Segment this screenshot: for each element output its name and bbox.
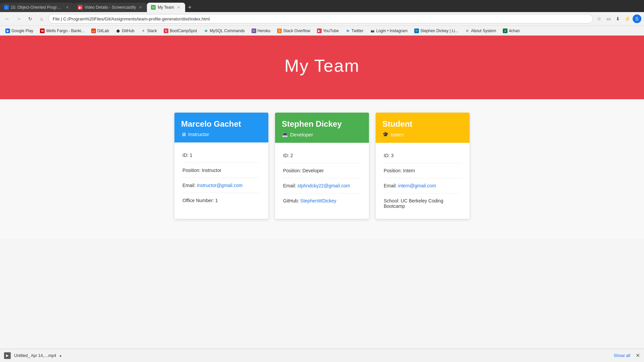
new-tab-button[interactable]: + — [185, 3, 195, 12]
card-intern-body: ID: 3 Position: Intern Email: intern@gma… — [376, 143, 470, 219]
instagram-favicon: 📷 — [370, 28, 375, 33]
tab-1-close[interactable]: ✕ — [65, 5, 70, 10]
bookmark-slack-label: Slack — [147, 28, 157, 33]
instructor-role-icon: 🖥 — [181, 131, 186, 137]
developer-github-link[interactable]: StephenWDickey — [300, 198, 336, 203]
download-file-icon: ▶ — [4, 352, 11, 359]
card-instructor-role: 🖥 Instructor — [181, 131, 262, 137]
bookmark-mysql-label: MySQL Commands — [210, 28, 245, 33]
slack-favicon: # — [141, 28, 146, 33]
tab-2-label: Video Details - Screencastify — [85, 5, 136, 10]
developer-github-label: GitHub: — [283, 198, 300, 203]
intern-role-label: Intern — [391, 132, 404, 137]
bookmark-instagram[interactable]: 📷 Login • Instagram — [367, 28, 410, 34]
download-caret-icon[interactable]: ▲ — [59, 354, 62, 357]
tab-2-favicon: ▶ — [78, 5, 83, 10]
bookmark-gitlab[interactable]: 🦊 GitLab — [89, 28, 112, 34]
home-button[interactable]: ⌂ — [37, 14, 46, 23]
intern-email-field: Email: intern@gmail.com — [384, 178, 462, 193]
tab-2-close[interactable]: ✕ — [138, 5, 143, 10]
bookmarks-bar: ▶ Google Play W Wells Fargo - Banki... 🦊… — [0, 25, 644, 36]
developer-email-link[interactable]: stphndcky22@gmail.com — [298, 183, 350, 188]
screen-cast-icon[interactable]: ▭ — [604, 15, 612, 23]
about-system-favicon: ⚙ — [465, 28, 470, 33]
card-instructor-header: Marcelo Gachet 🖥 Instructor — [174, 113, 268, 142]
instructor-email-link[interactable]: Instructor@gmail.com — [197, 183, 243, 188]
card-instructor-name: Marcelo Gachet — [181, 119, 262, 129]
bookmark-heroku-label: Heroku — [258, 28, 271, 33]
cards-container: Marcelo Gachet 🖥 Instructor ID: 1 Positi… — [171, 113, 473, 219]
developer-position-value: Developer — [303, 168, 324, 173]
tab-3[interactable]: M My Team ✕ — [147, 3, 185, 12]
bookmark-google-play[interactable]: ▶ Google Play — [3, 28, 36, 34]
instructor-id-label: ID: — [182, 153, 190, 158]
bookmark-star-icon[interactable]: ☆ — [595, 15, 603, 23]
bookmark-youtube-label: YouTube — [323, 28, 339, 33]
bookmark-4chan[interactable]: 4 4chan — [500, 28, 523, 34]
tab-3-close[interactable]: ✕ — [176, 5, 181, 10]
intern-email-link[interactable]: intern@gmail.com — [398, 183, 436, 188]
download-icon[interactable]: ⬇ — [614, 15, 622, 23]
stackoverflow-favicon: S — [277, 28, 282, 33]
bookmark-instagram-label: Login • Instagram — [376, 28, 408, 33]
hero-section: My Team — [0, 36, 644, 99]
bookmark-linkedin[interactable]: in Stephen Dickey | Li... — [412, 28, 461, 34]
instructor-position-value: Instructor — [202, 168, 221, 173]
bookmark-youtube[interactable]: ▶ YouTube — [314, 28, 341, 34]
instructor-office-value: 1 — [215, 198, 218, 203]
instructor-office-label: Office Number: — [182, 198, 215, 203]
bookmark-heroku[interactable]: H Heroku — [249, 28, 273, 34]
mysql-favicon: M — [204, 28, 208, 33]
bookmark-github[interactable]: ⬤ GitHub — [113, 28, 137, 34]
card-intern-name: Student — [382, 119, 463, 129]
show-all-button[interactable]: Show all — [611, 352, 633, 359]
developer-email-field: Email: stphndcky22@gmail.com — [283, 178, 361, 193]
bookmark-slack[interactable]: # Slack — [139, 28, 160, 34]
intern-id-label: ID: — [384, 153, 391, 158]
download-bar-close-button[interactable]: ✕ — [636, 352, 640, 359]
page-content: My Team Marcelo Gachet 🖥 Instructor ID: … — [0, 36, 644, 239]
bookmark-mysql[interactable]: M MySQL Commands — [201, 28, 247, 34]
card-intern-header: Student 🎓 Intern — [376, 113, 470, 143]
forward-button[interactable]: → — [14, 14, 23, 23]
intern-id-field: ID: 3 — [384, 148, 462, 163]
bookmark-wells-fargo-label: Wells Fargo - Banki... — [46, 28, 84, 33]
github-favicon: ⬤ — [116, 28, 120, 33]
bookmark-bootcampspot-label: BootCampSpot — [170, 28, 197, 33]
bookmark-bootcampspot[interactable]: B BootCampSpot — [161, 28, 200, 34]
download-filename: Untitled_ Apr 14,....mp4 — [14, 353, 56, 358]
card-developer: Stephen Dickey 💻 Developer ID: 2 Positio… — [275, 113, 369, 219]
developer-id-value: 2 — [290, 153, 293, 158]
tab-2[interactable]: ▶ Video Details - Screencastify ✕ — [74, 3, 147, 12]
card-developer-name: Stephen Dickey — [282, 119, 362, 129]
card-developer-role: 💻 Developer — [282, 131, 362, 137]
linkedin-favicon: in — [414, 28, 419, 33]
youtube-favicon: ▶ — [317, 28, 322, 33]
intern-role-icon: 🎓 — [382, 131, 389, 137]
bookmark-about-system[interactable]: ⚙ About System — [462, 28, 499, 34]
bookmark-twitter[interactable]: 🐦 Twitter — [343, 28, 366, 34]
twitter-favicon: 🐦 — [345, 28, 350, 33]
hero-title: My Team — [7, 56, 637, 76]
card-intern: Student 🎓 Intern ID: 3 Position: Intern … — [376, 113, 470, 219]
bookmark-stackoverflow[interactable]: S Stack Overflow — [274, 28, 313, 34]
intern-position-field: Position: Intern — [384, 163, 462, 178]
tab-1[interactable]: 1 10. Object-Oriented Programmin... ✕ — [0, 3, 74, 12]
instructor-position-label: Position: — [182, 168, 202, 173]
bookmark-google-play-label: Google Play — [11, 28, 33, 33]
extension-icon[interactable]: ⚡ — [623, 15, 631, 23]
instructor-id-field: ID: 1 — [182, 148, 260, 163]
download-actions: Show all ✕ — [611, 352, 640, 359]
refresh-button[interactable]: ↻ — [25, 14, 35, 23]
profile-icon[interactable]: S — [633, 14, 641, 23]
intern-school-label: School: — [384, 198, 401, 203]
4chan-favicon: 4 — [503, 28, 507, 33]
gitlab-favicon: 🦊 — [91, 28, 96, 33]
address-input[interactable] — [48, 14, 593, 23]
bookmark-wells-fargo[interactable]: W Wells Fargo - Banki... — [37, 28, 87, 34]
intern-position-label: Position: — [384, 168, 403, 173]
back-button[interactable]: ← — [3, 14, 12, 23]
developer-position-field: Position: Developer — [283, 163, 361, 178]
developer-role-icon: 💻 — [282, 131, 288, 137]
cards-area: Marcelo Gachet 🖥 Instructor ID: 1 Positi… — [0, 99, 644, 239]
